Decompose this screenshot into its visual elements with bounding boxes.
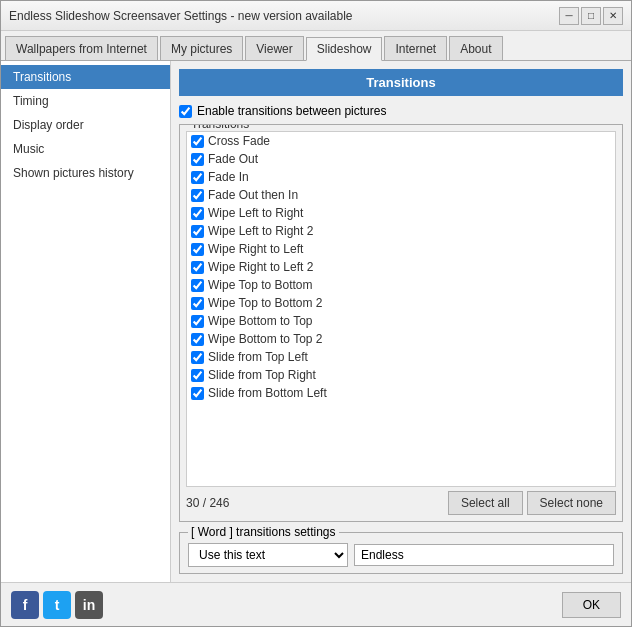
- settings-row: Use this text: [188, 543, 614, 567]
- list-item[interactable]: Fade Out then In: [187, 186, 615, 204]
- tab-wallpapers[interactable]: Wallpapers from Internet: [5, 36, 158, 60]
- transitions-list[interactable]: Cross Fade Fade Out Fade In Fade Out the…: [186, 131, 616, 487]
- list-item[interactable]: Wipe Right to Left: [187, 240, 615, 258]
- list-item[interactable]: Wipe Left to Right 2: [187, 222, 615, 240]
- transition-label-6: Wipe Right to Left: [208, 242, 303, 256]
- tab-slideshow[interactable]: Slideshow: [306, 37, 383, 61]
- count-display: 30 / 246: [186, 496, 229, 510]
- transition-checkbox-13[interactable]: [191, 369, 204, 382]
- sidebar-item-display-order[interactable]: Display order: [1, 113, 170, 137]
- enable-transitions-checkbox[interactable]: [179, 105, 192, 118]
- transition-label-14: Slide from Bottom Left: [208, 386, 327, 400]
- close-button[interactable]: ✕: [603, 7, 623, 25]
- list-item[interactable]: Wipe Top to Bottom 2: [187, 294, 615, 312]
- list-item[interactable]: Slide from Top Right: [187, 366, 615, 384]
- list-item[interactable]: Fade In: [187, 168, 615, 186]
- main-window: Endless Slideshow Screensaver Settings -…: [0, 0, 632, 627]
- sidebar-item-transitions[interactable]: Transitions: [1, 65, 170, 89]
- minimize-button[interactable]: ─: [559, 7, 579, 25]
- tab-about[interactable]: About: [449, 36, 502, 60]
- transition-label-0: Cross Fade: [208, 134, 270, 148]
- transition-checkbox-7[interactable]: [191, 261, 204, 274]
- text-input[interactable]: [354, 544, 614, 566]
- transition-checkbox-6[interactable]: [191, 243, 204, 256]
- transition-label-11: Wipe Bottom to Top 2: [208, 332, 323, 346]
- tab-internet[interactable]: Internet: [384, 36, 447, 60]
- sidebar: Transitions Timing Display order Music S…: [1, 61, 171, 582]
- enable-transitions-row: Enable transitions between pictures: [179, 104, 623, 118]
- transition-checkbox-1[interactable]: [191, 153, 204, 166]
- footer-icons: f t in: [11, 591, 103, 619]
- transition-checkbox-0[interactable]: [191, 135, 204, 148]
- list-item[interactable]: Slide from Top Left: [187, 348, 615, 366]
- other-social-icon[interactable]: in: [75, 591, 103, 619]
- transition-label-3: Fade Out then In: [208, 188, 298, 202]
- tab-viewer[interactable]: Viewer: [245, 36, 303, 60]
- ok-button[interactable]: OK: [562, 592, 621, 618]
- transition-checkbox-2[interactable]: [191, 171, 204, 184]
- selection-buttons: Select all Select none: [448, 491, 616, 515]
- transition-checkbox-10[interactable]: [191, 315, 204, 328]
- select-all-button[interactable]: Select all: [448, 491, 523, 515]
- transition-checkbox-12[interactable]: [191, 351, 204, 364]
- list-item[interactable]: Wipe Top to Bottom: [187, 276, 615, 294]
- title-buttons: ─ □ ✕: [559, 7, 623, 25]
- transitions-group-title: Transitions: [188, 124, 252, 131]
- title-bar: Endless Slideshow Screensaver Settings -…: [1, 1, 631, 31]
- content-area: Transitions Timing Display order Music S…: [1, 61, 631, 582]
- maximize-button[interactable]: □: [581, 7, 601, 25]
- transition-label-8: Wipe Top to Bottom: [208, 278, 313, 292]
- list-item[interactable]: Wipe Bottom to Top: [187, 312, 615, 330]
- transition-checkbox-4[interactable]: [191, 207, 204, 220]
- nav-tabs: Wallpapers from Internet My pictures Vie…: [1, 31, 631, 61]
- transition-label-2: Fade In: [208, 170, 249, 184]
- use-text-select[interactable]: Use this text: [188, 543, 348, 567]
- footer: f t in OK: [1, 582, 631, 626]
- list-item[interactable]: Slide from Bottom Left: [187, 384, 615, 402]
- tab-my-pictures[interactable]: My pictures: [160, 36, 243, 60]
- count-current: 30: [186, 496, 199, 510]
- list-item[interactable]: Wipe Right to Left 2: [187, 258, 615, 276]
- transition-label-5: Wipe Left to Right 2: [208, 224, 313, 238]
- sidebar-item-shown-pictures[interactable]: Shown pictures history: [1, 161, 170, 185]
- list-item[interactable]: Cross Fade: [187, 132, 615, 150]
- transition-label-4: Wipe Left to Right: [208, 206, 303, 220]
- enable-transitions-label: Enable transitions between pictures: [197, 104, 386, 118]
- transition-label-10: Wipe Bottom to Top: [208, 314, 313, 328]
- sidebar-item-music[interactable]: Music: [1, 137, 170, 161]
- sidebar-item-timing[interactable]: Timing: [1, 89, 170, 113]
- bottom-row: 30 / 246 Select all Select none: [186, 491, 616, 515]
- main-panel: Transitions Enable transitions between p…: [171, 61, 631, 582]
- count-total: 246: [209, 496, 229, 510]
- transition-checkbox-9[interactable]: [191, 297, 204, 310]
- list-item[interactable]: Wipe Left to Right: [187, 204, 615, 222]
- panel-title: Transitions: [179, 69, 623, 96]
- transition-label-7: Wipe Right to Left 2: [208, 260, 313, 274]
- window-title: Endless Slideshow Screensaver Settings -…: [9, 9, 353, 23]
- transition-label-13: Slide from Top Right: [208, 368, 316, 382]
- transition-checkbox-14[interactable]: [191, 387, 204, 400]
- facebook-icon[interactable]: f: [11, 591, 39, 619]
- transition-label-9: Wipe Top to Bottom 2: [208, 296, 323, 310]
- list-item[interactable]: Fade Out: [187, 150, 615, 168]
- transition-label-12: Slide from Top Left: [208, 350, 308, 364]
- transition-checkbox-3[interactable]: [191, 189, 204, 202]
- transitions-group: Transitions Cross Fade Fade Out Fade In: [179, 124, 623, 522]
- settings-section: [ Word ] transitions settings Use this t…: [179, 532, 623, 574]
- list-item[interactable]: Wipe Bottom to Top 2: [187, 330, 615, 348]
- transition-checkbox-5[interactable]: [191, 225, 204, 238]
- count-separator: /: [199, 496, 209, 510]
- settings-section-title: [ Word ] transitions settings: [188, 525, 339, 539]
- transition-checkbox-11[interactable]: [191, 333, 204, 346]
- transition-label-1: Fade Out: [208, 152, 258, 166]
- select-none-button[interactable]: Select none: [527, 491, 616, 515]
- twitter-icon[interactable]: t: [43, 591, 71, 619]
- transition-checkbox-8[interactable]: [191, 279, 204, 292]
